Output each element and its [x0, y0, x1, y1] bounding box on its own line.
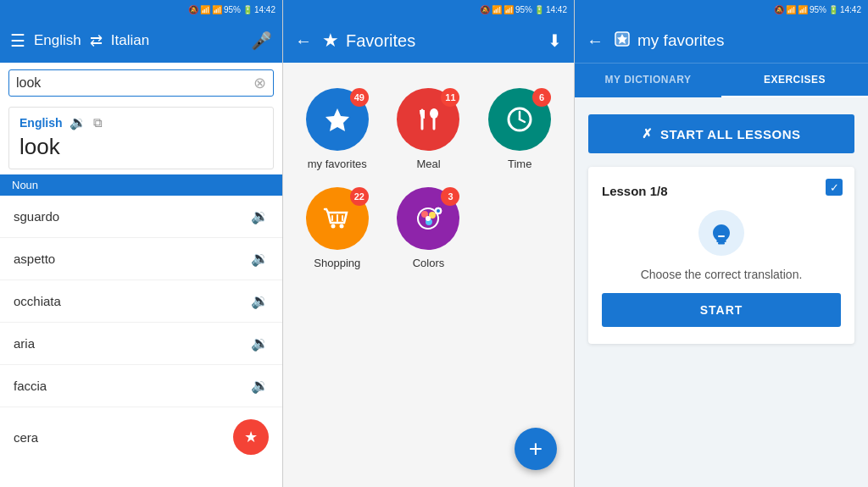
time-display: 14:42: [254, 5, 275, 14]
categories-grid: 49 my favorites 11 Meal: [283, 63, 574, 286]
mute-icon: 🔕: [774, 5, 784, 14]
tabs-bar: MY DICTIONARY EXERCISES: [575, 63, 868, 97]
category-badge: 3: [441, 187, 459, 206]
panel-exercises: 🔕 📶 📶 95% 🔋 14:42 ← my favorites MY DICT…: [575, 0, 868, 487]
result-lang-row: English 🔉 ⧉: [19, 114, 263, 130]
mic-icon[interactable]: 🎤: [251, 30, 272, 51]
download-icon[interactable]: ⬇: [548, 30, 562, 51]
lesson-description: Choose the correct translation.: [641, 268, 803, 281]
wifi-icon: 📶: [786, 5, 796, 14]
signal-icon: 📶: [504, 5, 514, 14]
exercises-content: ✗ START ALL LESSONS ✓ Lesson 1/8 Choose …: [575, 97, 868, 361]
translation-word: sguardo: [14, 209, 59, 224]
result-word: look: [19, 134, 263, 160]
tab-my-dictionary[interactable]: MY DICTIONARY: [575, 64, 721, 97]
svg-line-6: [520, 119, 525, 122]
svg-point-8: [339, 224, 343, 229]
status-icons-3: 🔕 📶 📶 95% 🔋 14:42: [774, 5, 861, 14]
search-input[interactable]: [16, 75, 253, 91]
add-fab-button[interactable]: +: [515, 428, 557, 470]
target-language[interactable]: Italian: [111, 32, 149, 49]
time-display: 14:42: [840, 5, 861, 14]
wifi-icon: 📶: [200, 5, 210, 14]
category-label: Time: [508, 158, 531, 170]
sound-icon[interactable]: 🔉: [251, 250, 269, 268]
translation-word: faccia: [14, 379, 47, 393]
category-label: Shopping: [314, 257, 360, 269]
status-bar-3: 🔕 📶 📶 95% 🔋 14:42: [575, 0, 868, 19]
result-language-label: English: [19, 116, 63, 130]
start-all-label: START ALL LESSONS: [660, 127, 801, 141]
copy-icon[interactable]: ⧉: [93, 115, 103, 130]
status-icons-1: 🔕 📶 📶 95% 🔋 14:42: [188, 5, 275, 14]
toolbar-3: ← my favorites: [575, 19, 868, 63]
tab-exercises[interactable]: EXERCISES: [721, 64, 868, 97]
sound-icon[interactable]: 🔉: [251, 208, 269, 225]
lesson-card: ✓ Lesson 1/8 Choose the correct translat…: [588, 167, 854, 344]
battery-icon: 🔋: [534, 5, 544, 14]
toolbar-2: ← ★ Favorites ⬇: [283, 19, 574, 63]
favorite-fab-button[interactable]: ★: [233, 419, 269, 455]
list-item: aspetto 🔉: [0, 238, 282, 280]
status-icons-2: 🔕 📶 📶 95% 🔋 14:42: [480, 5, 567, 14]
sound-icon[interactable]: 🔉: [251, 377, 269, 395]
category-item[interactable]: 3 Colors: [392, 187, 466, 269]
category-badge: 11: [441, 88, 459, 107]
list-item: aria 🔉: [0, 323, 282, 365]
svg-point-18: [437, 209, 440, 213]
category-icon-wrap: 3: [397, 187, 459, 250]
menu-icon[interactable]: ☰: [10, 30, 25, 51]
swap-language-button[interactable]: ⇄: [90, 31, 103, 50]
result-box: English 🔉 ⧉ look: [8, 107, 274, 169]
back-button[interactable]: ←: [587, 31, 604, 51]
category-label: Colors: [413, 257, 445, 269]
page-title: my favorites: [637, 31, 724, 50]
status-bar-2: 🔕 📶 📶 95% 🔋 14:42: [283, 0, 574, 19]
back-button[interactable]: ←: [295, 31, 312, 51]
category-badge: 49: [350, 88, 369, 107]
wifi-icon: 📶: [492, 5, 502, 14]
toolbar-1: ☰ English ⇄ Italian 🎤: [0, 19, 282, 63]
lesson-checkbox[interactable]: ✓: [826, 179, 843, 196]
category-item[interactable]: 22 Shopping: [300, 187, 375, 269]
category-icon-wrap: 6: [488, 88, 551, 151]
svg-point-3: [430, 108, 438, 119]
category-item[interactable]: 11 Meal: [392, 88, 466, 170]
list-item: occhiata 🔉: [0, 280, 282, 323]
panel-favorites: 🔕 📶 📶 95% 🔋 14:42 ← ★ Favorites ⬇ 49 my …: [283, 0, 575, 487]
lesson-title: Lesson 1/8: [602, 184, 841, 198]
category-item[interactable]: 49 my favorites: [300, 88, 375, 170]
page-title: Favorites: [346, 31, 415, 51]
sound-icon[interactable]: 🔉: [70, 114, 86, 130]
list-item: faccia 🔉: [0, 365, 282, 407]
svg-rect-22: [718, 242, 725, 245]
category-icon-wrap: 22: [306, 187, 369, 250]
category-label: Meal: [416, 158, 440, 170]
pos-header: Noun: [0, 174, 282, 196]
category-icon-wrap: 11: [397, 88, 459, 151]
start-all-lessons-button[interactable]: ✗ START ALL LESSONS: [588, 114, 854, 153]
signal-icon: 📶: [798, 5, 808, 14]
battery-icon: 🔋: [828, 5, 838, 14]
lesson-icon: [698, 210, 744, 256]
signal-icon: 📶: [212, 5, 222, 14]
panel-translation: 🔕 📶 📶 95% 🔋 14:42 ☰ English ⇄ Italian 🎤 …: [0, 0, 283, 487]
battery-level: 95%: [810, 5, 826, 14]
sound-icon[interactable]: 🔉: [251, 292, 269, 310]
category-badge: 22: [350, 187, 369, 206]
lesson-start-button[interactable]: START: [602, 293, 841, 327]
translation-list: sguardo 🔉 aspetto 🔉 occhiata 🔉 aria 🔉 fa…: [0, 196, 282, 467]
battery-icon: 🔋: [242, 5, 253, 14]
star-icon: [614, 30, 631, 52]
battery-level: 95%: [515, 5, 532, 14]
sound-icon[interactable]: 🔉: [251, 335, 269, 352]
category-item[interactable]: 6 Time: [482, 88, 557, 170]
mute-icon: 🔕: [188, 5, 198, 14]
category-badge: 6: [532, 88, 551, 107]
list-item: cera ★: [0, 407, 282, 467]
mute-icon: 🔕: [480, 5, 490, 14]
star-icon: ★: [322, 30, 339, 52]
translation-word: aspetto: [14, 252, 55, 266]
clear-icon[interactable]: ⊗: [253, 74, 266, 92]
source-language[interactable]: English: [34, 32, 81, 49]
